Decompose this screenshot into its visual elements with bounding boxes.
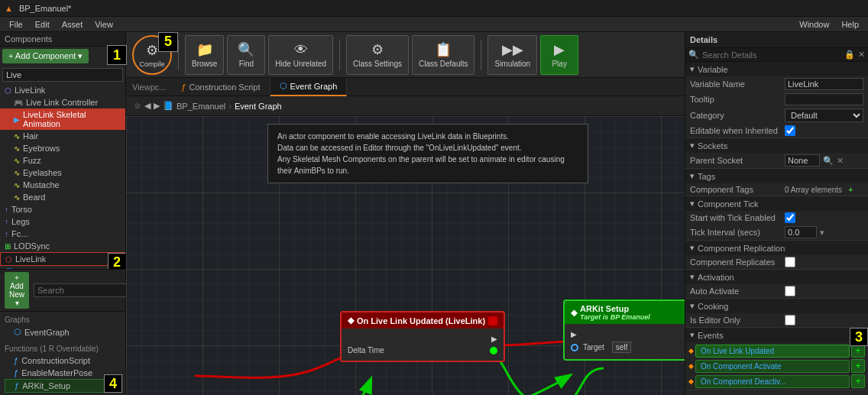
- event-row-deactivate: ◆ On Component Deactiv... +: [688, 374, 865, 388]
- component-beard[interactable]: ∿Beard: [0, 191, 125, 203]
- exec-in-icon: ▶: [571, 330, 577, 338]
- tooltip-label: Tooltip: [690, 95, 782, 104]
- event-btn-deactivate[interactable]: On Component Deactiv...: [695, 375, 850, 388]
- graph-icon: ⬡: [14, 327, 21, 337]
- close-icon-details[interactable]: ✕: [858, 50, 865, 60]
- menu-file[interactable]: File: [3, 20, 29, 29]
- mustache-icon: ∿: [14, 181, 20, 189]
- category-select[interactable]: Default: [785, 108, 863, 122]
- compile-button[interactable]: ⚙ Compile 5: [132, 35, 172, 75]
- target-pin[interactable]: [571, 344, 578, 351]
- tags-add-icon[interactable]: +: [848, 185, 853, 194]
- comprep-checkbox[interactable]: [785, 257, 795, 267]
- comprep-label: Component Replication: [698, 244, 785, 253]
- component-mustache[interactable]: ∿Mustache: [0, 179, 125, 191]
- parent-socket-input[interactable]: [785, 154, 820, 167]
- star-icon[interactable]: ☆: [134, 101, 141, 111]
- varname-input[interactable]: [785, 78, 863, 90]
- browse-button[interactable]: 📁 Browse: [185, 35, 224, 75]
- component-livelink-controller[interactable]: 🎮Live Link Controller: [0, 96, 125, 108]
- activation-header[interactable]: ▾ Activation: [685, 270, 868, 284]
- simulation-button[interactable]: ▶▶ Simulation: [487, 35, 537, 75]
- component-fuzz[interactable]: ∿Fuzz: [0, 154, 125, 167]
- starttick-checkbox[interactable]: [785, 212, 795, 223]
- event-btn-activate[interactable]: On Component Activate: [695, 360, 850, 373]
- editoronly-checkbox[interactable]: [785, 315, 795, 325]
- play-button[interactable]: ▶ Play: [540, 35, 578, 75]
- autoactivate-checkbox[interactable]: [785, 286, 795, 296]
- editable-checkbox[interactable]: [785, 125, 795, 136]
- tags-label: Tags: [698, 172, 715, 181]
- fc-icon: ↑: [5, 230, 8, 238]
- events-section-header[interactable]: ▾ Events: [685, 328, 868, 342]
- component-eyebrows[interactable]: ∿Eyebrows: [0, 142, 125, 154]
- fuzz-icon: ∿: [14, 157, 20, 165]
- menu-help[interactable]: Help: [835, 20, 865, 29]
- autoactivate-label: Auto Activate: [690, 287, 782, 296]
- blueprint-canvas[interactable]: An actor component to enable accessing L…: [126, 116, 685, 395]
- event-add-activate[interactable]: +: [851, 359, 865, 373]
- component-lodsync[interactable]: ⊞LODSync: [0, 240, 125, 252]
- add-component-button[interactable]: + Add Component ▾: [2, 49, 89, 63]
- pin-row-arkit-exec: ▶ ▷: [571, 329, 685, 340]
- compile-icon: ⚙: [146, 42, 158, 59]
- class-settings-button[interactable]: ⚙ Class Settings: [346, 35, 409, 75]
- delta-pin[interactable]: [490, 347, 497, 355]
- lock-icon[interactable]: 🔒: [844, 50, 855, 60]
- find-button[interactable]: 🔍 Find: [227, 35, 265, 75]
- find-icon: 🔍: [238, 41, 254, 58]
- tickinterval-arrow[interactable]: ▾: [820, 228, 824, 238]
- back-icon[interactable]: ◀: [144, 101, 151, 111]
- details-search-input[interactable]: [702, 50, 841, 60]
- graph-eventgraph[interactable]: ⬡ EventGraph: [5, 325, 121, 338]
- socket-search-icon[interactable]: 🔍: [823, 156, 834, 166]
- animation-icon: ▶: [14, 115, 20, 124]
- tooltip-input[interactable]: [785, 93, 863, 105]
- section-comp-replication: ▾ Component Replication Component Replic…: [685, 241, 868, 270]
- node-close-livelink[interactable]: [488, 316, 497, 325]
- menu-asset[interactable]: Asset: [56, 20, 89, 29]
- menu-window[interactable]: Window: [793, 20, 835, 29]
- socket-clear-icon[interactable]: ✕: [837, 156, 844, 166]
- sockets-header[interactable]: ▾ Sockets: [685, 138, 868, 153]
- node-arkit-setup[interactable]: ◆ ARKit Setup Target is BP Emanuel ▶ ▷: [563, 299, 685, 361]
- search-input[interactable]: [2, 68, 123, 82]
- category-label: Category: [690, 111, 782, 120]
- cooking-header[interactable]: ▾ Cooking: [685, 299, 868, 313]
- event-btn-livelink[interactable]: On Live Link Updated: [695, 345, 850, 358]
- node-header-livelink: ◆ On Live Link Updated (LiveLink): [342, 312, 504, 329]
- menu-edit[interactable]: Edit: [29, 20, 56, 29]
- eyelashes-icon: ∿: [14, 169, 20, 177]
- row-parent-socket: Parent Socket 🔍 ✕: [685, 153, 868, 168]
- bp-icon-bc: 📘: [163, 101, 173, 111]
- tab-construction[interactable]: ƒ Construction Script: [172, 78, 270, 96]
- component-livelink-skeletal[interactable]: ▶LiveLink Skeletal Animation: [0, 108, 125, 130]
- add-new-button[interactable]: + Add New ▾: [5, 272, 29, 309]
- func-construction[interactable]: ƒ ConstructionScript: [5, 355, 121, 367]
- chevron-tags: ▾: [690, 171, 695, 181]
- variable-section-header[interactable]: ▾ Variable: [685, 62, 868, 76]
- component-eyelashes[interactable]: ∿Eyelashes: [0, 167, 125, 179]
- comprep-header[interactable]: ▾ Component Replication: [685, 241, 868, 255]
- forward-icon[interactable]: ▶: [154, 101, 160, 111]
- component-hair[interactable]: ∿Hair: [0, 130, 125, 142]
- component-legs[interactable]: ↑Legs: [0, 215, 125, 228]
- tickinterval-input[interactable]: [785, 226, 817, 238]
- tags-header[interactable]: ▾ Tags: [685, 169, 868, 183]
- class-defaults-button[interactable]: 📋 Class Defaults: [412, 35, 474, 75]
- component-torso[interactable]: ↑Torso: [0, 203, 125, 215]
- component-livelink-root[interactable]: ⬡LiveLink: [0, 84, 125, 96]
- tab-eventgraph[interactable]: ⬡ Event Graph: [270, 78, 348, 96]
- menu-view[interactable]: View: [89, 20, 119, 29]
- event-add-deactivate[interactable]: +: [851, 374, 865, 388]
- find-label: Find: [239, 60, 254, 68]
- node-body-arkit: ▶ ▷ Target self: [565, 324, 685, 359]
- class-defaults-icon: 📋: [435, 41, 452, 58]
- component-fc[interactable]: ↑Fc...: [0, 228, 125, 240]
- node-on-live-link[interactable]: ◆ On Live Link Updated (LiveLink) ▶ Delt…: [340, 311, 505, 362]
- functions-header: Functions (1 R Overridable): [5, 343, 121, 355]
- hide-unrelated-button[interactable]: 👁 Hide Unrelated: [268, 35, 333, 75]
- comptick-header[interactable]: ▾ Component Tick: [685, 196, 868, 211]
- target-value: self: [612, 342, 632, 353]
- component-livelink-bottom[interactable]: ⬡LiveLink 2: [0, 252, 125, 266]
